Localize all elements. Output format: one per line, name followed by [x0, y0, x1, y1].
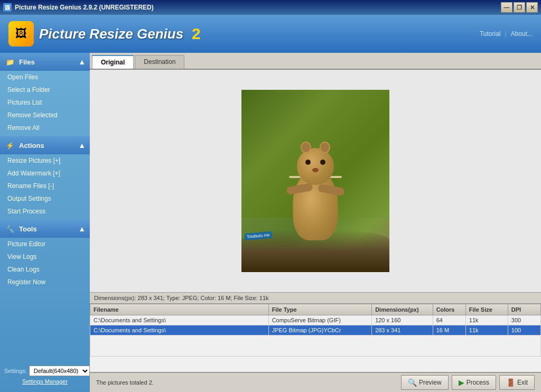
- process-icon: ▶: [459, 378, 464, 387]
- tutorial-link[interactable]: Tutorial: [480, 30, 501, 38]
- header-links: Tutorial | About...: [480, 30, 533, 38]
- app-name: Picture Resize Genius: [39, 26, 183, 42]
- preview-label: Preview: [419, 379, 442, 386]
- header-separator: |: [505, 30, 507, 38]
- actions-icon: ⚡: [4, 139, 16, 151]
- title-bar: 🖼 Picture Resize Genius 2.9.2 (UNREGISTE…: [0, 0, 541, 15]
- cell-dpi: 100: [508, 325, 540, 335]
- cell-filesize: 11k: [465, 325, 508, 335]
- files-section-label: Files: [19, 58, 35, 66]
- app-version: 2: [192, 25, 201, 43]
- cell-filetype: JPEG Bitmap (JPG)YCbCr: [268, 325, 371, 335]
- restore-button[interactable]: ❐: [514, 2, 525, 13]
- settings-dropdown[interactable]: Default(640x480): [29, 366, 90, 376]
- files-icon: 📁: [4, 56, 16, 68]
- col-header-filetype: File Type: [268, 304, 371, 315]
- tools-collapse-icon[interactable]: ▲: [78, 225, 86, 233]
- sidebar-actions-section: ⚡ Actions ▲ Resize Pictures [+] Add Wate…: [0, 136, 90, 218]
- actions-section-header[interactable]: ⚡ Actions ▲: [0, 136, 90, 154]
- sidebar-item-clean-logs[interactable]: Clean Logs: [0, 263, 90, 276]
- settings-manager-link[interactable]: Settings Manager: [4, 378, 86, 385]
- cell-filename: C:\Documents and Settings\: [90, 315, 269, 325]
- preview-image: Totaltuto.me: [241, 90, 389, 272]
- sidebar-item-remove-selected[interactable]: Remove Selected: [0, 109, 90, 122]
- col-header-dpi: DPI: [508, 304, 540, 315]
- empty-row: [90, 335, 541, 357]
- image-dimensions-text: Dimensions(px): 283 x 341; Type: JPEG; C…: [94, 295, 269, 301]
- sidebar-item-register-now[interactable]: Register Now: [0, 276, 90, 288]
- logo-icon: 🖼: [8, 21, 34, 46]
- title-bar-left: 🖼 Picture Resize Genius 2.9.2 (UNREGISTE…: [3, 3, 154, 12]
- animal-eye-right: [320, 160, 325, 165]
- tools-section-header[interactable]: 🔧 Tools ▲: [0, 220, 90, 238]
- exit-icon: 🚪: [506, 378, 515, 387]
- sidebar-item-rename-files[interactable]: Rename Files [-]: [0, 180, 90, 192]
- tab-bar: Original Destination: [90, 53, 541, 70]
- preview-icon: 🔍: [408, 378, 417, 387]
- settings-row: Settings: Default(640x480) ▼: [4, 365, 86, 376]
- tools-items: Picture Editor View Logs Clean Logs Regi…: [0, 238, 90, 288]
- sidebar-tools-section: 🔧 Tools ▲ Picture Editor View Logs Clean…: [0, 220, 90, 288]
- tab-original[interactable]: Original: [92, 55, 134, 69]
- sidebar-item-picture-editor[interactable]: Picture Editor: [0, 238, 90, 250]
- cell-colors: 64: [433, 315, 465, 325]
- animal-ear-left: [301, 142, 311, 153]
- col-header-filesize: File Size: [465, 304, 508, 315]
- animal-nose: [312, 168, 319, 172]
- tools-icon: 🔧: [4, 223, 16, 235]
- col-header-colors: Colors: [433, 304, 465, 315]
- sidebar-item-resize-pictures[interactable]: Resize Pictures [+]: [0, 154, 90, 167]
- cell-filename: C:\Documents and Settings\: [90, 325, 269, 335]
- tab-destination[interactable]: Destination: [135, 55, 184, 69]
- sidebar-item-start-process[interactable]: Start Process: [0, 205, 90, 218]
- sidebar-item-remove-all[interactable]: Remove All: [0, 122, 90, 134]
- actions-collapse-icon[interactable]: ▲: [78, 141, 86, 150]
- sidebar-item-pictures-list[interactable]: Pictures List: [0, 96, 90, 109]
- exit-label: Exit: [517, 379, 528, 386]
- sidebar-item-view-logs[interactable]: View Logs: [0, 250, 90, 263]
- cell-filesize: 11k: [465, 315, 508, 325]
- table-row[interactable]: C:\Documents and Settings\ JPEG Bitmap (…: [90, 325, 541, 335]
- cell-dimensions: 120 x 160: [372, 315, 433, 325]
- sidebar-item-add-watermark[interactable]: Add Watermark [+]: [0, 167, 90, 180]
- about-link[interactable]: About...: [511, 30, 533, 38]
- sidebar-item-select-folder[interactable]: Select a Folder: [0, 83, 90, 96]
- preview-image-container: Totaltuto.me: [241, 90, 389, 272]
- close-button[interactable]: ✕: [526, 2, 538, 13]
- files-section-header[interactable]: 📁 Files ▲: [0, 53, 90, 71]
- settings-label: Settings:: [4, 368, 27, 374]
- col-header-dimensions: Dimensions(px): [372, 304, 433, 315]
- sidebar-files-section: 📁 Files ▲ Open Files Select a Folder Pic…: [0, 53, 90, 134]
- preview-button[interactable]: 🔍 Preview: [401, 375, 449, 390]
- sidebar-item-output-settings[interactable]: Output Settings: [0, 192, 90, 205]
- minimize-button[interactable]: —: [501, 2, 512, 13]
- file-table-container: Filename File Type Dimensions(px) Colors…: [90, 303, 541, 372]
- animal-head: [297, 148, 334, 185]
- table-header-row: Filename File Type Dimensions(px) Colors…: [90, 304, 541, 315]
- actions-items: Resize Pictures [+] Add Watermark [+] Re…: [0, 154, 90, 218]
- col-header-filename: Filename: [90, 304, 269, 315]
- process-label: Process: [467, 379, 489, 386]
- main-layout: 📁 Files ▲ Open Files Select a Folder Pic…: [0, 53, 541, 392]
- cell-dpi: 300: [508, 315, 540, 325]
- files-collapse-icon[interactable]: ▲: [78, 58, 86, 66]
- window-title: Picture Resize Genius 2.9.2 (UNREGISTERE…: [15, 4, 154, 11]
- table-row[interactable]: C:\Documents and Settings\ CompuServe Bi…: [90, 315, 541, 325]
- sidebar-item-open-files[interactable]: Open Files: [0, 71, 90, 83]
- bottom-bar: The pictures totaled 2. 🔍 Preview ▶ Proc…: [90, 372, 541, 392]
- process-button[interactable]: ▶ Process: [452, 375, 496, 390]
- cell-dimensions: 283 x 341: [372, 325, 433, 335]
- bottom-buttons: 🔍 Preview ▶ Process 🚪 Exit: [401, 375, 535, 390]
- image-status-bar: Dimensions(px): 283 x 341; Type: JPEG; C…: [90, 292, 541, 303]
- exit-button[interactable]: 🚪 Exit: [499, 375, 535, 390]
- app-logo: 🖼 Picture Resize Genius 2: [8, 21, 201, 46]
- pictures-total-info: The pictures totaled 2.: [96, 379, 154, 386]
- animal-eye-left: [305, 160, 311, 165]
- content-area: Original Destination: [90, 53, 541, 392]
- sidebar: 📁 Files ▲ Open Files Select a Folder Pic…: [0, 53, 90, 392]
- cell-filetype: CompuServe Bitmap (GIF): [268, 315, 371, 325]
- title-bar-buttons: — ❐ ✕: [501, 2, 538, 13]
- table-row-empty: [90, 335, 541, 357]
- app-icon: 🖼: [3, 3, 12, 12]
- files-items: Open Files Select a Folder Pictures List…: [0, 71, 90, 134]
